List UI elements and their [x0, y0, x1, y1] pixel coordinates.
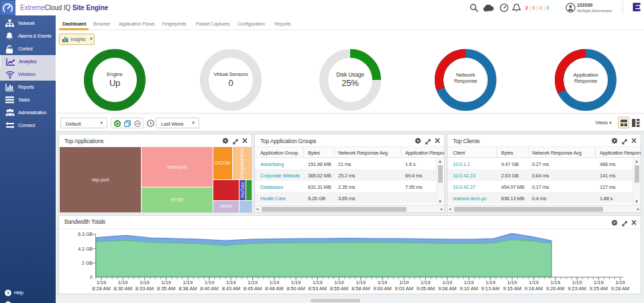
svg-text:8:58 AM: 8:58 AM: [352, 286, 370, 292]
svg-text:8:53 AM: 8:53 AM: [309, 286, 327, 292]
svg-text:1/19: 1/19: [205, 279, 215, 286]
svg-text:9:15 AM: 9:15 AM: [503, 286, 522, 292]
svg-text:1/19: 1/19: [118, 279, 128, 286]
svg-text:1/19: 1/19: [269, 279, 279, 286]
svg-text:1/19: 1/19: [140, 279, 150, 286]
svg-text:1/19: 1/19: [507, 279, 517, 286]
svg-text:9:18 AM: 9:18 AM: [525, 286, 543, 292]
svg-text:1/19: 1/19: [248, 279, 258, 286]
svg-text:1/19: 1/19: [594, 279, 604, 286]
svg-text:?: ?: [7, 290, 10, 296]
svg-text:8:30 AM: 8:30 AM: [113, 286, 132, 292]
svg-text:8:48 AM: 8:48 AM: [265, 286, 284, 292]
svg-text:8:45 AM: 8:45 AM: [244, 286, 262, 292]
svg-text:1/19: 1/19: [378, 279, 388, 286]
svg-text:4.2 GB: 4.2 GB: [78, 247, 93, 251]
svg-text:1/19: 1/19: [550, 279, 560, 286]
svg-text:8:28 AM: 8:28 AM: [92, 286, 111, 292]
svg-text:9:10 AM: 9:10 AM: [460, 286, 478, 292]
svg-text:8:38 AM: 8:38 AM: [178, 286, 197, 292]
svg-text:9:13 AM: 9:13 AM: [481, 286, 500, 292]
svg-text:1/19: 1/19: [529, 279, 539, 286]
svg-text:9:25 AM: 9:25 AM: [590, 286, 608, 292]
svg-text:1/19: 1/19: [421, 279, 431, 286]
svg-text:1/19: 1/19: [615, 279, 625, 286]
svg-text:1/19: 1/19: [334, 279, 344, 286]
svg-text:9:08 AM: 9:08 AM: [438, 286, 457, 292]
svg-text:9:23 AM: 9:23 AM: [568, 286, 586, 292]
svg-text:2 GB: 2 GB: [82, 261, 93, 265]
svg-text:1/19: 1/19: [464, 279, 474, 286]
svg-text:9:20 AM: 9:20 AM: [546, 286, 565, 292]
svg-text:1/19: 1/19: [226, 279, 236, 286]
svg-text:8:35 AM: 8:35 AM: [157, 286, 176, 292]
svg-text:1/19: 1/19: [313, 279, 323, 286]
svg-text:8:55 AM: 8:55 AM: [330, 286, 349, 292]
svg-text:1/19: 1/19: [161, 279, 171, 286]
svg-text:9:00 AM: 9:00 AM: [373, 286, 392, 292]
svg-text:1/19: 1/19: [486, 279, 496, 286]
svg-text:1/19: 1/19: [572, 279, 582, 286]
svg-text:1/19: 1/19: [442, 279, 452, 286]
svg-text:1/19: 1/19: [97, 279, 107, 286]
svg-text:1/19: 1/19: [356, 279, 366, 286]
svg-text:9:03 AM: 9:03 AM: [394, 286, 413, 292]
svg-text:1/19: 1/19: [399, 279, 409, 286]
svg-text:6.3 GB: 6.3 GB: [78, 232, 93, 236]
svg-text:1/19: 1/19: [183, 279, 193, 286]
svg-text:8:50 AM: 8:50 AM: [286, 286, 305, 292]
svg-text:8:40 AM: 8:40 AM: [200, 286, 219, 292]
svg-text:1/19: 1/19: [291, 279, 301, 286]
svg-text:9:05 AM: 9:05 AM: [417, 286, 435, 292]
svg-text:8:43 AM: 8:43 AM: [222, 286, 241, 292]
svg-text:0: 0: [90, 275, 93, 279]
svg-text:9:28 AM: 9:28 AM: [611, 286, 630, 292]
svg-text:8:33 AM: 8:33 AM: [136, 286, 154, 292]
